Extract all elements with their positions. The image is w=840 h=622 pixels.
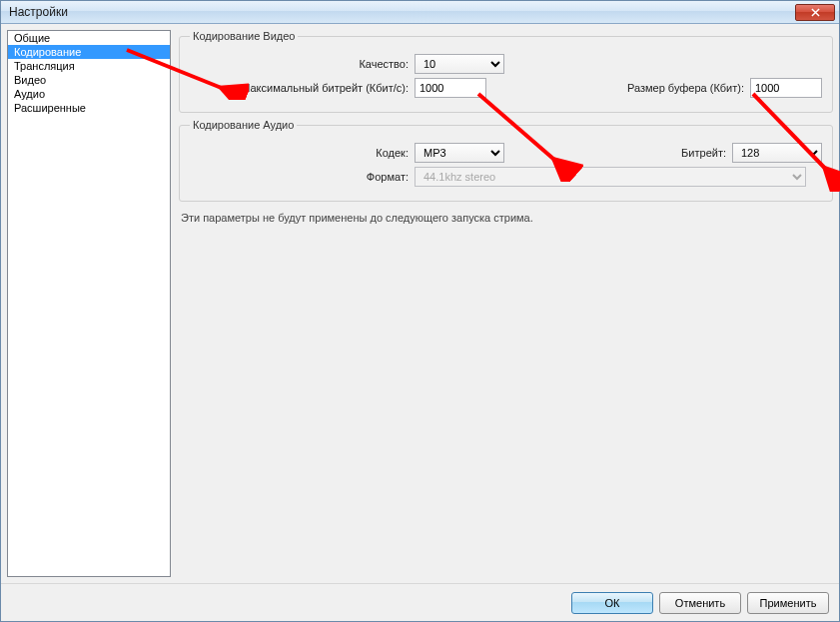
- format-label: Формат:: [190, 171, 415, 183]
- ok-button[interactable]: ОК: [571, 592, 653, 614]
- settings-sidebar: Общие Кодирование Трансляция Видео Аудио…: [7, 30, 171, 577]
- sidebar-item-encoding[interactable]: Кодирование: [8, 45, 170, 59]
- settings-window: Настройки Общие Кодирование Трансляция В…: [0, 0, 840, 622]
- cancel-button[interactable]: Отменить: [659, 592, 741, 614]
- sidebar-item-advanced[interactable]: Расширенные: [8, 101, 170, 115]
- restart-note: Эти параметры не будут применены до след…: [179, 208, 833, 228]
- audio-encoding-group: Кодирование Аудио Кодек: MP3 Битрейт: 12…: [179, 119, 833, 202]
- close-button[interactable]: [795, 4, 835, 21]
- sidebar-item-general[interactable]: Общие: [8, 31, 170, 45]
- apply-button[interactable]: Применить: [747, 592, 829, 614]
- dialog-body: Общие Кодирование Трансляция Видео Аудио…: [1, 24, 839, 583]
- audio-bitrate-select[interactable]: 128: [732, 143, 822, 163]
- buffer-size-input[interactable]: [750, 78, 822, 98]
- dialog-footer: ОК Отменить Применить: [1, 583, 839, 621]
- codec-label: Кодек:: [190, 147, 415, 159]
- video-encoding-group: Кодирование Видео Качество: 10 Максималь…: [179, 30, 833, 113]
- sidebar-item-video[interactable]: Видео: [8, 73, 170, 87]
- titlebar: Настройки: [1, 1, 839, 24]
- quality-label: Качество:: [190, 58, 415, 70]
- audio-encoding-legend: Кодирование Аудио: [190, 119, 297, 131]
- max-bitrate-input[interactable]: [415, 78, 486, 98]
- audio-bitrate-label: Битрейт:: [681, 147, 732, 159]
- format-select: 44.1khz stereo: [415, 167, 806, 187]
- codec-select[interactable]: MP3: [415, 143, 504, 163]
- sidebar-item-broadcast[interactable]: Трансляция: [8, 59, 170, 73]
- quality-select[interactable]: 10: [415, 54, 504, 74]
- buffer-size-label: Размер буфера (Кбит):: [627, 82, 750, 94]
- settings-main: Кодирование Видео Качество: 10 Максималь…: [179, 30, 833, 577]
- video-encoding-legend: Кодирование Видео: [190, 30, 298, 42]
- max-bitrate-label: Максимальный битрейт (Кбит/с):: [190, 82, 415, 94]
- close-icon: [811, 8, 820, 17]
- window-title: Настройки: [9, 5, 795, 19]
- sidebar-item-audio[interactable]: Аудио: [8, 87, 170, 101]
